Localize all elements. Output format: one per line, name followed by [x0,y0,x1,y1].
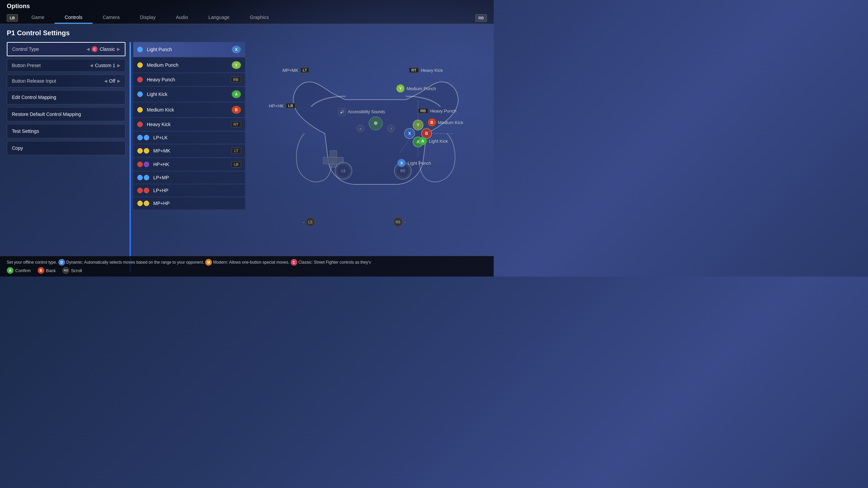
button-preset-row[interactable]: Button Preset ◀ Custom 1 ▶ [7,59,125,72]
lb-button[interactable]: LB [7,14,18,22]
tab-audio[interactable]: Audio [166,12,198,24]
move-item-medium-punch[interactable]: Medium Punch Y [133,58,245,73]
test-settings-button[interactable]: Test Settings [7,124,125,138]
ctrl-label-y: Y Medium Punch [396,84,436,93]
tab-language[interactable]: Language [198,12,239,24]
dot-yellow [137,107,143,113]
dot-yellow [137,148,143,154]
move-item-lp-lk[interactable]: LP+LK [133,131,245,144]
control-type-next[interactable]: ▶ [117,47,120,52]
y-btn: Y [396,84,405,93]
tab-display[interactable]: Display [130,12,166,24]
dot-red [137,122,143,127]
control-type-text: Classic [100,46,115,52]
svg-text:⊞: ⊞ [359,127,362,130]
move-dots [137,162,149,167]
move-item-light-punch[interactable]: Light Punch X [133,42,245,57]
button-preset-next[interactable]: ▶ [117,63,120,68]
header: Options LB Game Controls Camera Display … [0,0,494,24]
move-item-heavy-kick[interactable]: Heavy Kick RT [133,118,245,131]
ctrl-label-lb: HP+HK LB [269,103,295,108]
dot-purple [144,162,149,167]
svg-text:☰: ☰ [390,127,392,130]
move-dots [137,135,149,140]
page-content: P1 Control Settings Control Type ◀ C Cla… [0,24,494,277]
ctrl-label-x: X Light Punch [397,159,431,167]
control-type-value: ◀ C Classic ▶ [86,46,120,52]
move-item-hp-hk[interactable]: HP+HK LB [133,158,245,171]
control-type-row[interactable]: Control Type ◀ C Classic ▶ [7,42,125,56]
ls-badge: LS [305,217,315,227]
footer-b-badge: B [38,267,44,274]
dot-blue2 [144,135,149,140]
controller-panel: LS RS ⊕ ⊞ ☰ X [247,42,487,272]
move-button-x: X [232,45,241,54]
move-name: LP+LK [153,135,241,140]
footer: Set your offline control type. D Dynamic… [0,256,494,277]
rb-button[interactable]: RB [475,14,487,22]
rs-dash-right: - [404,220,406,225]
lb-badge: LB [286,103,296,108]
move-dots [137,62,143,68]
control-type-prev[interactable]: ◀ [86,47,90,52]
button-preset-label: Button Preset [12,63,41,68]
footer-back-label: Back [46,268,56,273]
move-name: LP+MP [153,175,241,180]
tab-game[interactable]: Game [21,12,55,24]
button-preset-prev[interactable]: ◀ [90,63,93,68]
svg-text:Y: Y [417,123,419,127]
main-layout: Control Type ◀ C Classic ▶ Button Preset… [7,42,487,272]
dot-blue [137,92,143,97]
button-preset-value: ◀ Custom 1 ▶ [90,63,120,68]
edit-control-mapping-button[interactable]: Edit Control Mapping [7,90,125,104]
move-item-mp-mk[interactable]: MP+MK LT [133,144,245,157]
tab-graphics[interactable]: Graphics [240,12,279,24]
dot-yellow2 [144,201,149,206]
tab-controls[interactable]: Controls [55,12,93,24]
accessibility-icon: 🔊 [338,108,346,116]
y-text: Medium Punch [407,86,436,91]
move-list[interactable]: Light Punch X Medium Punch Y Heavy Punch… [132,42,247,272]
move-name: MP+HP [153,201,241,206]
footer-hint-modern: Modern: Allows one-button special moves. [213,260,291,265]
move-dots [137,77,143,82]
move-dots [137,175,149,180]
move-item-mp-hp[interactable]: MP+HP [133,197,245,209]
move-item-lp-mp[interactable]: LP+MP [133,171,245,184]
move-name: Heavy Punch [147,77,231,82]
dot-blue [137,135,143,140]
move-item-medium-kick[interactable]: Medium Kick B [133,102,245,117]
x-btn: X [397,159,406,167]
button-release-value: ◀ Off ▶ [104,78,120,84]
move-name: MP+MK [153,148,232,154]
tab-camera[interactable]: Camera [93,12,130,24]
dot-yellow [137,201,143,206]
ctrl-label-b: B Medium Kick [428,118,463,126]
button-release-prev[interactable]: ◀ [104,79,107,83]
restore-default-button[interactable]: Restore Default Control Mapping [7,107,125,121]
svg-text:B: B [425,131,428,136]
move-item-light-kick[interactable]: Light Kick A [133,87,245,102]
dot-yellow [137,62,143,68]
move-button-lb: LB [231,161,241,167]
copy-button[interactable]: Copy [7,141,125,155]
dot-red [137,188,143,193]
move-item-heavy-punch[interactable]: Heavy Punch RB [133,73,245,86]
footer-badge-d: D [58,259,65,266]
dot-blue [137,47,143,52]
ctrl-label-ls: - LS [303,217,315,227]
button-preset-text: Custom 1 [95,63,115,68]
svg-text:X: X [408,131,411,136]
move-button-a: A [232,90,241,98]
move-item-lp-hp[interactable]: LP+HP [133,184,245,197]
button-release-next[interactable]: ▶ [117,79,120,83]
ctrl-label-rs: RS - [393,217,406,227]
footer-hint-dynamic: Dynamic: Automatically selects moves bas… [66,260,205,265]
footer-hint-classic: Classic: Street Fighter controls as they… [298,260,371,265]
button-release-row[interactable]: Button Release Input ◀ Off ▶ [7,75,125,87]
rb-badge: RB [418,108,428,114]
rt-text: Heavy Kick [421,68,443,73]
move-name: Light Punch [147,47,232,52]
move-button-b: B [232,106,241,114]
page-title: P1 Control Settings [7,29,487,37]
